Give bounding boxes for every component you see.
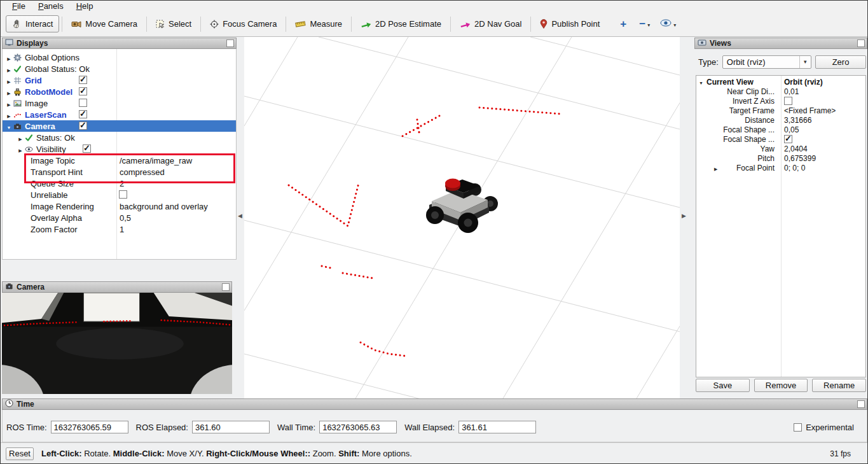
view-row-distance[interactable]: Distance 3,31666	[696, 115, 865, 125]
laserscan-enabled-checkbox[interactable]	[79, 110, 87, 118]
image-enabled-checkbox[interactable]	[79, 99, 87, 107]
expander-icon[interactable]	[5, 53, 13, 62]
camera-panel-float-button[interactable]	[222, 283, 230, 291]
displays-panel-float-button[interactable]	[226, 39, 234, 47]
property-row-overlay-alpha[interactable]: Overlay Alpha 0,5	[3, 212, 236, 223]
views-buttons: Save Remove Rename	[696, 379, 866, 392]
remove-view-button[interactable]: Remove	[754, 379, 808, 392]
views-panel-titlebar[interactable]: Views	[694, 38, 867, 49]
save-button[interactable]: Save	[696, 379, 750, 392]
zero-button[interactable]: Zero	[815, 55, 866, 69]
view-value[interactable]: <Fixed Frame>	[784, 106, 836, 115]
tool-publish-point[interactable]: Publish Point	[534, 15, 606, 32]
view-row-focal-point[interactable]: Focal Point 0; 0; 0	[696, 163, 865, 172]
collapse-left-icon[interactable]	[238, 210, 242, 220]
magenta-arrow-icon	[460, 20, 471, 28]
view-value[interactable]: 0,675399	[784, 154, 816, 163]
view-type-select[interactable]: Orbit (rviz)	[722, 55, 811, 69]
tool-select[interactable]: Select	[149, 15, 198, 32]
menu-file[interactable]: File	[6, 1, 32, 11]
view-row-focal-shape-size[interactable]: Focal Shape ... 0,05	[696, 125, 865, 134]
expander-icon[interactable]	[5, 87, 13, 97]
tool-move-camera[interactable]: Move Camera	[65, 15, 144, 32]
visibility-checkbox[interactable]	[83, 144, 91, 153]
remove-tool-caret-icon[interactable]	[647, 19, 650, 29]
display-row-camera-status[interactable]: Status: Ok	[3, 132, 236, 143]
tool-visibility-caret-icon[interactable]	[673, 19, 676, 29]
add-tool-icon[interactable]	[620, 18, 626, 31]
property-row-image-topic[interactable]: Image Topic /camera/image_raw	[3, 155, 236, 166]
view-row-current-view[interactable]: Current View Orbit (rviz)	[696, 77, 865, 87]
display-row-visibility[interactable]: Visibility	[3, 143, 236, 155]
display-row-laserscan[interactable]: LaserScan	[3, 109, 236, 120]
view-value[interactable]: 2,0404	[784, 144, 808, 153]
display-row-global-status[interactable]: Global Status: Ok	[3, 63, 236, 74]
ros-elapsed-input[interactable]	[192, 421, 270, 433]
expander-icon[interactable]	[17, 144, 24, 154]
camera-panel-title: Camera	[17, 283, 45, 292]
expander-icon[interactable]	[699, 78, 703, 87]
menu-panels[interactable]: Panels	[32, 1, 70, 11]
menu-help[interactable]: Help	[70, 1, 100, 11]
tool-focus-camera[interactable]: Focus Camera	[203, 15, 283, 32]
property-value[interactable]: 0,5	[120, 213, 131, 223]
expander-icon[interactable]	[5, 64, 13, 74]
expander-icon[interactable]	[5, 122, 13, 131]
view-row-focal-shape-fixed[interactable]: Focal Shape ...	[696, 134, 865, 144]
view-row-near-clip[interactable]: Near Clip Di... 0,01	[696, 87, 865, 96]
property-value[interactable]: /camera/image_raw	[120, 156, 192, 165]
property-row-zoom-factor[interactable]: Zoom Factor 1	[3, 223, 236, 235]
remove-tool-icon[interactable]	[639, 18, 645, 31]
experimental-checkbox[interactable]	[794, 423, 802, 432]
tool-2d-nav-goal[interactable]: 2D Nav Goal	[453, 15, 528, 32]
camera-panel-titlebar[interactable]: Camera	[2, 281, 232, 293]
unreliable-checkbox[interactable]	[119, 190, 127, 199]
property-row-queue-size[interactable]: Queue Size 2	[3, 178, 236, 189]
view-label: Pitch	[696, 154, 781, 163]
tool-2d-pose-estimate[interactable]: 2D Pose Estimate	[354, 15, 448, 32]
ros-time-input[interactable]	[51, 421, 128, 433]
expander-icon[interactable]	[5, 76, 13, 85]
time-panel-float-button[interactable]	[857, 400, 865, 408]
property-value[interactable]: compressed	[120, 167, 165, 177]
camera-enabled-checkbox[interactable]	[79, 122, 87, 130]
view-row-invert-z[interactable]: Invert Z Axis	[696, 96, 865, 106]
view-value[interactable]: 0,01	[784, 87, 799, 96]
property-row-unreliable[interactable]: Unreliable	[3, 189, 236, 200]
tool-interact[interactable]: Interact	[6, 15, 59, 32]
robotmodel-enabled-checkbox[interactable]	[79, 87, 87, 95]
invert-z-checkbox[interactable]	[784, 97, 792, 105]
tool-measure[interactable]: Measure	[289, 15, 348, 32]
views-panel-float-button[interactable]	[857, 39, 865, 47]
3d-viewport[interactable]	[244, 37, 680, 398]
display-row-global-options[interactable]: Global Options	[3, 52, 236, 63]
display-row-grid[interactable]: Grid	[3, 74, 236, 86]
reset-button[interactable]: Reset	[6, 447, 34, 460]
view-value[interactable]: 0,05	[784, 125, 799, 134]
display-row-robotmodel[interactable]: RobotModel	[3, 86, 236, 97]
tool-visibility-icon[interactable]	[660, 19, 672, 29]
wall-time-input[interactable]	[319, 421, 397, 433]
property-value[interactable]: 2	[120, 179, 124, 188]
display-row-camera[interactable]: Camera	[3, 120, 236, 132]
time-panel-titlebar[interactable]: Time	[2, 398, 867, 410]
property-value[interactable]: 1	[120, 225, 124, 234]
rename-view-button[interactable]: Rename	[812, 379, 866, 392]
view-row-target-frame[interactable]: Target Frame <Fixed Frame>	[696, 106, 865, 115]
property-value[interactable]: background and overlay	[120, 202, 208, 211]
display-row-image[interactable]: Image	[3, 97, 236, 109]
displays-panel-titlebar[interactable]: Displays	[2, 38, 237, 49]
property-row-transport-hint[interactable]: Transport Hint compressed	[3, 166, 236, 178]
view-value[interactable]: 0; 0; 0	[784, 164, 805, 172]
view-value[interactable]: 3,31666	[784, 116, 811, 125]
grid-enabled-checkbox[interactable]	[79, 76, 87, 84]
collapse-right-icon[interactable]	[682, 210, 686, 220]
expander-icon[interactable]	[17, 133, 24, 143]
expander-icon[interactable]	[5, 110, 13, 120]
focal-shape-checkbox[interactable]	[784, 135, 792, 143]
view-row-yaw[interactable]: Yaw 2,0404	[696, 144, 865, 153]
view-row-pitch[interactable]: Pitch 0,675399	[696, 153, 865, 163]
expander-icon[interactable]	[5, 99, 13, 108]
wall-elapsed-input[interactable]	[458, 421, 536, 433]
property-row-image-rendering[interactable]: Image Rendering background and overlay	[3, 200, 236, 212]
